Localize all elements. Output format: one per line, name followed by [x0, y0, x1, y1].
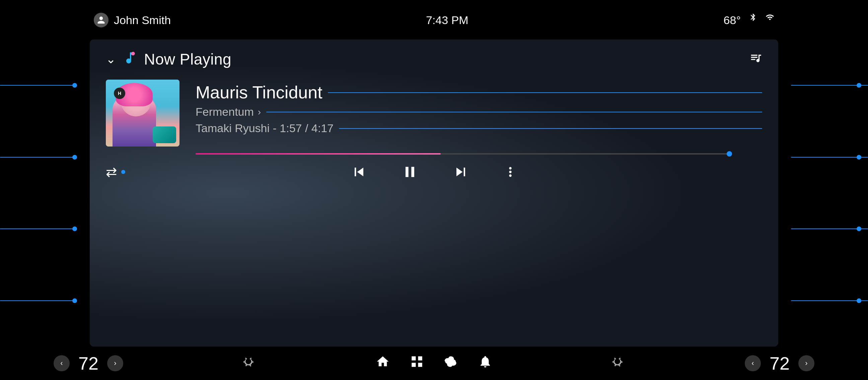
- player-content: H Mauris Tincidunt Fermentum › Tamaki Ry…: [90, 70, 778, 146]
- album-decoration-line: [266, 112, 762, 112]
- status-time: 7:43 PM: [426, 14, 468, 27]
- repeat-active-dot: [121, 170, 125, 174]
- left-sliders: [0, 39, 90, 347]
- right-slider-4[interactable]: [778, 300, 868, 301]
- left-temp-increase-button[interactable]: ›: [107, 355, 123, 371]
- left-slider-4[interactable]: [0, 300, 90, 301]
- artist-decoration-line: [339, 128, 762, 129]
- signal-icon: [766, 13, 774, 27]
- artist-time: Tamaki Ryushi - 1:57 / 4:17: [195, 122, 334, 135]
- status-right: 68°: [724, 13, 774, 27]
- song-info: Mauris Tincidunt Fermentum › Tamaki Ryus…: [195, 80, 762, 135]
- more-options-button[interactable]: [503, 165, 518, 179]
- next-button[interactable]: [452, 163, 469, 181]
- status-temperature: 68°: [724, 14, 741, 27]
- headphone-badge: H: [114, 88, 125, 99]
- right-slider-2[interactable]: [778, 157, 868, 158]
- song-title-row: Mauris Tincidunt: [195, 83, 762, 102]
- progress-bar-container[interactable]: [106, 152, 762, 155]
- right-slider-1[interactable]: [778, 85, 868, 85]
- progress-track: [195, 153, 729, 154]
- right-slider-3[interactable]: [778, 229, 868, 229]
- bell-icon[interactable]: [478, 354, 492, 372]
- album-chevron-icon: ›: [258, 107, 261, 117]
- svg-point-0: [131, 51, 135, 55]
- header-left: ⌄ Now Playing: [106, 50, 231, 68]
- right-temperature-value: 72: [766, 353, 793, 374]
- status-username: John Smith: [114, 14, 171, 27]
- song-album[interactable]: Fermentum ›: [195, 105, 261, 118]
- repeat-icon[interactable]: ⇄: [106, 164, 117, 180]
- player-card: ⌄ Now Playing H: [90, 39, 778, 347]
- album-row: Fermentum ›: [195, 105, 762, 118]
- grid-icon[interactable]: [410, 354, 424, 372]
- queue-icon[interactable]: [749, 51, 762, 67]
- bluetooth-icon: [749, 13, 757, 27]
- album-art: H: [106, 80, 180, 146]
- pause-button[interactable]: [401, 163, 418, 181]
- album-name: Fermentum: [195, 105, 254, 118]
- user-avatar-icon: [94, 13, 108, 27]
- right-temp-increase-button[interactable]: ›: [798, 355, 814, 371]
- player-controls: ⇄: [90, 155, 778, 190]
- navigation-icons: [376, 354, 492, 372]
- left-temperature-value: 72: [75, 353, 102, 374]
- right-sliders: [778, 39, 868, 347]
- right-temp-control: ‹ 72 ›: [745, 353, 814, 374]
- left-temp-control: ‹ 72 ›: [54, 353, 123, 374]
- fan-icon[interactable]: [444, 354, 458, 372]
- defrost-left-icon[interactable]: [243, 355, 256, 372]
- home-icon[interactable]: [376, 354, 390, 372]
- now-playing-title: Now Playing: [144, 50, 231, 68]
- left-temp-decrease-button[interactable]: ‹: [54, 355, 70, 371]
- previous-button[interactable]: [350, 163, 368, 181]
- progress-fill: [195, 153, 441, 154]
- repeat-control: ⇄: [106, 164, 125, 180]
- bottom-bar: ‹ 72 ›: [0, 347, 868, 380]
- left-slider-1[interactable]: [0, 85, 90, 85]
- artist-time-row: Tamaki Ryushi - 1:57 / 4:17: [195, 122, 762, 135]
- left-slider-2[interactable]: [0, 157, 90, 158]
- collapse-button[interactable]: ⌄: [106, 52, 116, 66]
- player-header: ⌄ Now Playing: [90, 39, 778, 70]
- right-temp-decrease-button[interactable]: ‹: [745, 355, 761, 371]
- left-slider-3[interactable]: [0, 229, 90, 229]
- status-bar: John Smith 7:43 PM 68°: [0, 0, 868, 40]
- title-decoration-line: [328, 92, 762, 93]
- song-title: Mauris Tincidunt: [195, 83, 322, 102]
- music-note-icon: [123, 50, 137, 68]
- defrost-right-icon[interactable]: [612, 355, 625, 372]
- status-left: John Smith: [94, 13, 171, 27]
